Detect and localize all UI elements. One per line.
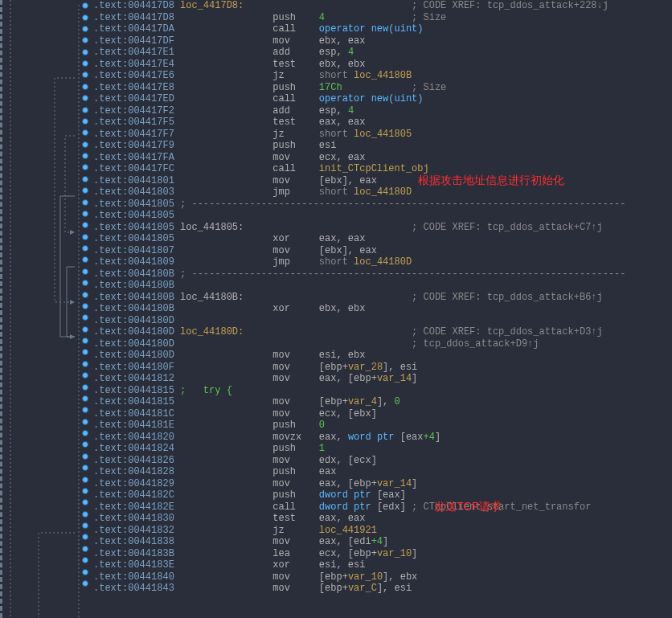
code-line[interactable]: .text:004417E8 push 17Ch ; Size bbox=[93, 82, 672, 94]
code-line[interactable]: .text:0044180F mov [ebp+var_28], esi bbox=[93, 362, 672, 374]
annotation-init: 根据攻击地址信息进行初始化 bbox=[418, 174, 564, 188]
flow-arrows-gutter bbox=[0, 0, 82, 618]
code-line[interactable]: .text:00441820 movzx eax, word ptr [eax+… bbox=[93, 432, 672, 444]
code-line[interactable]: .text:004417DF mov ebx, eax bbox=[93, 35, 672, 47]
code-line[interactable]: .text:00441826 mov edx, [ecx] bbox=[93, 455, 672, 467]
code-line[interactable]: .text:00441805 bbox=[93, 210, 672, 222]
code-line[interactable]: .text:0044180D bbox=[93, 315, 672, 327]
code-line[interactable]: .text:00441805 loc_441805: ; CODE XREF: … bbox=[93, 222, 672, 234]
code-line[interactable]: .text:0044180D ; tcp_ddos_attack+D9↑j bbox=[93, 338, 672, 350]
code-line[interactable]: .text:00441815 ; try { bbox=[93, 385, 672, 397]
code-line[interactable]: .text:004417F2 add esp, 4 bbox=[93, 105, 672, 117]
code-line[interactable]: .text:004417FC call init_CTcpClient_obj bbox=[93, 163, 672, 175]
flow-arrows-svg bbox=[2, 0, 84, 618]
code-line[interactable]: .text:004417D8 push 4 ; Size bbox=[93, 12, 672, 24]
code-line[interactable]: .text:00441824 push 1 bbox=[93, 443, 672, 455]
code-line[interactable]: .text:00441843 mov [ebp+var_C], esi bbox=[93, 583, 672, 595]
code-line[interactable]: .text:00441828 push eax bbox=[93, 466, 672, 478]
code-line[interactable]: .text:004417FA mov ecx, eax bbox=[93, 152, 672, 164]
code-line[interactable]: .text:00441832 jz loc_441921 bbox=[93, 525, 672, 537]
code-line[interactable]: .text:004417F7 jz short loc_441805 bbox=[93, 129, 672, 141]
code-line[interactable]: .text:0044183E xor esi, esi bbox=[93, 559, 672, 571]
code-line[interactable]: .text:00441830 test eax, eax bbox=[93, 513, 672, 525]
code-line[interactable]: .text:004417D8 loc_4417D8: ; CODE XREF: … bbox=[93, 0, 672, 12]
code-line[interactable]: .text:00441805 ; -----------------------… bbox=[93, 198, 672, 211]
code-line[interactable]: .text:00441801 mov [ebx], eax bbox=[93, 175, 672, 187]
code-line[interactable]: .text:0044181C mov ecx, [ebx] bbox=[93, 408, 672, 420]
code-line[interactable]: .text:00441809 jmp short loc_44180D bbox=[93, 256, 672, 268]
code-line[interactable]: .text:0044180D mov esi, ebx bbox=[93, 350, 672, 362]
code-line[interactable]: .text:004417E4 test ebx, ebx bbox=[93, 59, 672, 71]
svg-marker-1 bbox=[70, 230, 75, 235]
disassembly-view: .text:004417D8 loc_4417D8: ; CODE XREF: … bbox=[0, 0, 672, 618]
code-line[interactable]: .text:0044182E call dword ptr [edx] ; CT… bbox=[93, 501, 672, 514]
code-line[interactable]: .text:004417ED call operator new(uint) bbox=[93, 93, 672, 105]
code-line[interactable]: .text:00441812 mov eax, [ebp+var_14] bbox=[93, 373, 672, 385]
code-line[interactable]: .text:0044181E push 0 bbox=[93, 420, 672, 432]
code-line[interactable]: .text:0044180D loc_44180D: ; CODE XREF: … bbox=[93, 326, 672, 338]
code-line[interactable]: .text:004417F5 test eax, eax bbox=[93, 117, 672, 129]
code-line[interactable]: .text:00441840 mov [ebp+var_10], ebx bbox=[93, 571, 672, 583]
code-listing[interactable]: .text:004417D8 loc_4417D8: ; CODE XREF: … bbox=[90, 0, 672, 618]
code-line[interactable]: .text:00441805 xor eax, eax bbox=[93, 233, 672, 245]
code-line[interactable]: .text:0044180B xor ebx, ebx bbox=[93, 303, 672, 315]
code-line[interactable]: .text:00441815 mov [ebp+var_4], 0 bbox=[93, 396, 672, 408]
code-line[interactable]: .text:0044182C push dword ptr [eax] bbox=[93, 489, 672, 501]
code-line[interactable]: .text:00441807 mov [ebx], eax bbox=[93, 245, 672, 257]
code-line[interactable]: .text:0044180B ; -----------------------… bbox=[93, 268, 672, 280]
code-line[interactable]: .text:00441803 jmp short loc_44180D bbox=[93, 186, 672, 198]
annotation-tcp-request: 发送TCP请求 bbox=[434, 500, 502, 514]
code-line[interactable]: .text:004417F9 push esi bbox=[93, 140, 672, 152]
code-line[interactable]: .text:004417E1 add esp, 4 bbox=[93, 47, 672, 59]
code-line[interactable]: .text:0044180B bbox=[93, 280, 672, 292]
code-line[interactable]: .text:004417DA call operator new(uint) bbox=[93, 23, 672, 35]
code-line[interactable]: .text:00441838 mov eax, [edi+4] bbox=[93, 536, 672, 548]
code-line[interactable]: .text:00441829 mov eax, [ebp+var_14] bbox=[93, 478, 672, 490]
svg-marker-0 bbox=[70, 300, 75, 305]
code-line[interactable]: .text:0044180B loc_44180B: ; CODE XREF: … bbox=[93, 292, 672, 304]
code-line[interactable]: .text:0044183B lea ecx, [ebp+var_10] bbox=[93, 548, 672, 560]
code-line[interactable]: .text:004417E6 jz short loc_44180B bbox=[93, 70, 672, 82]
